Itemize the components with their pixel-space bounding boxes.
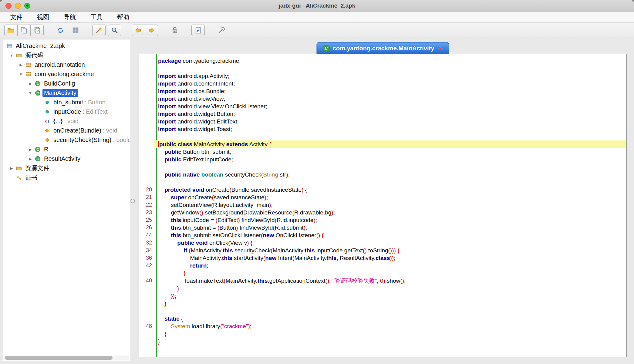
chevron-right-icon[interactable]: ▶ [27,147,34,152]
line-number [139,315,154,322]
menu-view[interactable]: 视图 [30,13,56,21]
tree-item-btn-submit[interactable]: btn_submit : Button [3,98,130,107]
splitter-handle[interactable] [130,199,135,203]
code-line-text: import android.app.Activity; [154,72,626,80]
titlebar[interactable]: jadx-gui - AliCrackme_2.apk [0,0,634,12]
code-line-text: import android.content.Intent; [154,80,626,87]
window-title: jadx-gui - AliCrackme_2.apk [0,0,634,11]
code-line-text [154,133,626,140]
code-line: public Button btn_submit; [139,148,626,156]
tree-item-source-code[interactable]: ▼源代码 [3,51,130,60]
tree-item-securitycheck[interactable]: securityCheck(String) : boolean [3,135,130,145]
zoom-window-button[interactable] [24,3,30,9]
code-line-text [154,178,626,186]
tree-item-certificate[interactable]: 证书 [3,173,130,182]
line-number [139,57,154,65]
tree-item-resources[interactable]: ▶资源文件 [3,163,130,173]
chevron-down-icon[interactable]: ▼ [8,53,15,58]
inconsistent-code-button[interactable] [191,25,205,36]
text-search-button[interactable] [92,25,106,36]
line-number: 44 [139,231,154,239]
tree-item-static-init[interactable]: cs{...} : void [3,116,130,126]
chevron-right-icon[interactable]: ▶ [27,82,34,86]
preferences-button[interactable] [215,25,228,36]
menu-file[interactable]: 文件 [3,13,30,21]
code-line: public EditText inputCode; [139,156,626,163]
code-line: 26 this.btn_submit = (Button) findViewBy… [139,224,626,231]
tree-item-inputcode[interactable]: inputCode : EditText [3,107,130,116]
line-number [139,269,154,277]
menu-navigation[interactable]: 导航 [56,13,83,21]
tree-item-label: 资源文件 [24,164,51,173]
chevron-down-icon[interactable]: ▼ [27,91,34,95]
code-line: } [139,330,626,338]
code-line-text: return; [154,262,626,269]
reload-files-button[interactable] [54,25,67,36]
code-line-text: getWindow().setBackgroundDrawableResourc… [154,209,626,216]
nav-back-button[interactable] [132,25,145,36]
code-line [139,65,626,72]
save-all-button[interactable] [30,25,44,36]
deobfuscation-button[interactable] [168,25,181,36]
add-files-button[interactable] [17,25,31,36]
line-number: 42 [139,262,154,269]
code-line: } [139,269,626,277]
code-line: 48 System.loadLibrary("crackme"); [139,322,626,330]
code-line: 21 super.onCreate(savedInstanceState); [139,194,626,201]
code-line-text: import android.widget.Button; [154,110,626,118]
line-number: 36 [139,254,154,262]
close-window-button[interactable] [5,3,12,9]
arrow-right-icon [147,26,155,34]
wrench-icon [218,26,225,34]
tree-item-android-annotation[interactable]: ▶android.annotation [3,60,130,69]
code-line-text: public native boolean securityCheck(Stri… [154,171,626,178]
flat-packages-button[interactable] [69,25,82,36]
code-line-text: import android.view.View.OnClickListener… [154,103,626,110]
svg-text:C: C [36,82,39,86]
line-number [139,95,154,103]
open-file-button[interactable] [4,25,18,36]
class-icon: C [34,80,41,87]
editor-area: C com.yaotong.crackme.MainActivity × pac… [139,42,627,357]
nav-forward-button[interactable] [145,25,158,36]
tree-horizontal-scrollbar[interactable] [4,356,129,360]
toolbar [0,23,634,38]
code-line-text: package com.yaotong.crackme; [154,57,626,65]
minimize-window-button[interactable] [15,3,21,9]
tree-item-oncreate[interactable]: onCreate(Bundle) : void [3,126,130,135]
toolbar-group [168,25,181,36]
code-line-text: } [154,330,626,338]
chevron-right-icon[interactable]: ▶ [27,157,34,161]
tree-item-buildconfig[interactable]: ▶CBuildConfig [3,79,130,88]
menu-tools[interactable]: 工具 [83,13,110,21]
chevron-right-icon[interactable]: ▶ [17,63,25,67]
code-line-text: this.btn_submit.setOnClickListener(new O… [154,231,626,239]
code-line: 34 if (MainActivity.this.securityCheck(M… [139,247,626,254]
line-number [139,148,154,156]
tab-close-button[interactable]: × [438,45,443,52]
tree-item-com-yaotong-crackme[interactable]: ▼com.yaotong.crackme [3,69,130,79]
menu-help[interactable]: 帮助 [110,13,137,21]
tree-item-type: : boolean [113,136,130,143]
code-line-text: this.btn_submit = (Button) findViewById(… [154,224,626,231]
tree-item-label: onCreate(Bundle) [52,127,103,134]
line-number [139,133,154,140]
code-line: 44 this.btn_submit.setOnClickListener(ne… [139,231,626,239]
scrollbar-thumb[interactable] [5,356,113,360]
class-search-button[interactable] [108,25,121,36]
line-number [139,140,154,148]
tree-item-resultactivity[interactable]: ▶CResultActivity [3,154,130,163]
code-editor[interactable]: package com.yaotong.crackme;import andro… [139,54,627,357]
line-number: 22 [139,201,154,209]
chevron-down-icon[interactable]: ▼ [17,72,25,76]
tree-item-apk-root[interactable]: AliCrackme_2.apk [3,41,130,51]
code-line: 25 this.inputCode = (EditText) findViewB… [139,216,626,224]
line-number: 26 [139,224,154,231]
editor-tab[interactable]: C com.yaotong.crackme.MainActivity × [316,42,449,54]
line-number [139,87,154,95]
chevron-right-icon[interactable]: ▶ [8,166,15,170]
tab-title: com.yaotong.crackme.MainActivity [333,45,434,52]
tree-item-mainactivity[interactable]: ▼CMainActivity [3,88,130,98]
tree-item-r-class[interactable]: ▶CR [3,145,130,154]
tree-item-label: ResultActivity [42,155,82,163]
